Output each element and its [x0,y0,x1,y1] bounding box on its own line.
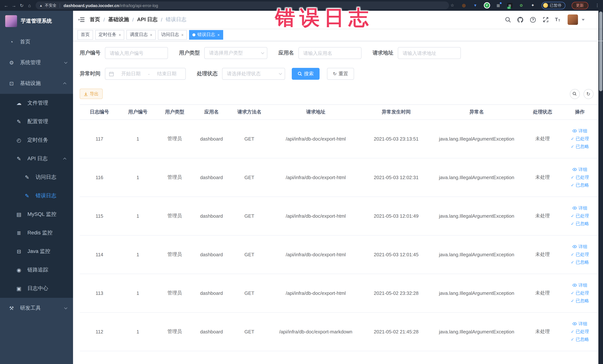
user-type-label: 用户类型 [179,50,200,56]
exception-cell: java.lang.IllegalArgumentException [429,158,524,197]
processed-label: 已处理 [576,250,589,258]
export-button[interactable]: 导出 [80,89,103,99]
sidebar-item-job[interactable]: ◴ 定时任务 [0,131,73,150]
detail-button[interactable]: 详细 [561,320,599,328]
user-type-select[interactable]: 请选择用户类型 [204,47,267,59]
processed-button[interactable]: ✓已处理 [561,250,599,258]
sidebar-item-redis[interactable]: ≣ Redis 监控 [0,224,73,242]
tab-home[interactable]: 首页 [78,30,93,39]
search-button[interactable]: 搜索 [292,68,320,80]
tab-job[interactable]: 定时任务 × [95,30,124,39]
breadcrumb-home[interactable]: 首页 [90,16,100,23]
time-cell: 2021-05-03 12:02:31 [363,158,429,197]
user-avatar[interactable] [568,14,578,25]
sidebar-item-trace[interactable]: ◉ 链路追踪 [0,261,73,279]
github-icon[interactable] [517,16,524,23]
detail-button[interactable]: 详细 [561,165,599,173]
process-status-select[interactable]: 请选择处理状态 [222,68,285,80]
request-url-input[interactable] [398,47,461,59]
sidebar-item-access-log[interactable]: ✎ 访问日志 [0,168,73,187]
sidebar-item-home[interactable]: ◔ 首页 [0,32,73,52]
check-icon: ✓ [571,335,574,343]
app-name-input[interactable] [299,47,361,59]
sidebar-item-system[interactable]: ⚙ 系统管理 [0,52,73,73]
extensions-puzzle-icon[interactable]: ✦ [530,3,535,8]
close-icon[interactable]: × [217,33,220,37]
detail-button[interactable]: 详细 [561,204,599,212]
calendar-icon [109,71,114,76]
extension-icon-shield[interactable]: ▼ [473,3,478,8]
ignored-button[interactable]: ✓已忽略 [561,143,599,150]
search-icon[interactable] [504,16,511,23]
sidebar-item-java[interactable]: ⊟ Java 监控 [0,242,73,261]
avatar-caret-icon[interactable] [581,19,584,21]
app-name-label: 应用名 [278,50,294,56]
chevron-down-icon [261,51,264,54]
tab-error-log[interactable]: 错误日志 × [189,30,223,39]
sidebar-item-mysql[interactable]: ▤ MySQL 监控 [0,205,73,224]
address-bar[interactable]: ▲ 不安全 dashboard.yudao.iocoder.cn/infra/l… [35,1,449,9]
sidebar-item-api-log[interactable]: ✎ API 日志 [0,150,73,168]
back-icon[interactable]: ← [3,2,9,9]
table-toolbar: 导出 ↻ [80,89,599,99]
on-badge: on [507,7,511,9]
sidebar-item-config[interactable]: ✎ 配置管理 [0,112,73,131]
process-status-label: 处理状态 [197,70,218,77]
ignored-button[interactable]: ✓已忽略 [561,258,599,266]
chrome-update-button[interactable]: 更新 [571,2,588,9]
refresh-table-button[interactable]: ↻ [583,89,593,99]
extension-icon-orange[interactable]: ◎ [461,3,466,8]
home-icon[interactable]: ⌂ [26,2,33,9]
error-log-table: 日志编号 用户编号 用户类型 应用名 请求方法名 请求地址 异常发生时间 异常名… [80,104,599,351]
header-user-type: 用户类型 [156,105,193,119]
fullscreen-icon[interactable] [542,16,549,23]
browser-menu-icon[interactable]: ⋮ [595,3,599,8]
tab-job-log[interactable]: 调度日志 × [127,30,156,39]
sidebar-item-error-log[interactable]: ✎ 错误日志 [0,187,73,205]
page-scrollbar[interactable] [598,11,603,364]
extension-icon-green-v[interactable]: V [484,3,489,8]
bookmark-star-icon[interactable]: ☆ [450,3,455,8]
breadcrumb-api-log[interactable]: API 日志 [137,16,158,23]
detail-button[interactable]: 详细 [561,281,599,289]
close-icon[interactable]: × [119,33,121,37]
help-icon[interactable] [530,16,536,23]
sidebar-item-file[interactable]: ☁ 文件管理 [0,94,73,112]
reload-icon[interactable]: ↻ [19,2,25,9]
toggle-search-button[interactable] [570,89,580,99]
sidebar-item-dev-tools[interactable]: ⚒ 研发工具 [0,298,73,318]
detail-button[interactable]: 详细 [561,243,599,250]
ignored-button[interactable]: ✓已忽略 [561,181,599,189]
close-icon[interactable]: × [181,33,184,37]
sidebar-logo[interactable]: 芋道管理系统 [0,11,73,32]
ignored-button[interactable]: ✓已忽略 [561,297,599,305]
processed-button[interactable]: ✓已处理 [561,135,599,143]
font-size-icon[interactable]: TT [555,16,561,23]
processed-button[interactable]: ✓已处理 [561,212,599,220]
table-row: 114 1 管理员 dashboard GET /api/infra/db-do… [80,235,599,274]
sidebar-item-infra[interactable]: ⊡ 基础设施 [0,73,73,94]
user-id-input[interactable] [105,47,168,59]
extension-icon-dark[interactable]: ▩on [507,3,512,8]
processed-button[interactable]: ✓已处理 [561,328,599,335]
extension-icon-leaf[interactable]: ✿ [519,3,524,8]
forward-icon[interactable]: → [11,2,17,9]
status-cell: 未处理 [524,235,561,274]
processed-button[interactable]: ✓已处理 [561,173,599,181]
tab-access-log[interactable]: 访问日志 × [158,30,187,39]
detail-button[interactable]: 详细 [561,127,599,135]
hamburger-icon[interactable] [79,17,84,22]
breadcrumb-infra[interactable]: 基础设施 [108,16,129,23]
processed-button[interactable]: ✓已处理 [561,289,599,297]
extension-icon-grid[interactable]: ▦ [496,3,501,8]
ignored-button[interactable]: ✓已忽略 [561,335,599,343]
sidebar-item-log-center[interactable]: ▣ 日志中心 [0,279,73,298]
toolbox-icon: ⚒ [7,305,16,311]
ignored-button[interactable]: ✓已忽略 [561,220,599,227]
profile-paused-badge[interactable]: 已暂停 [542,2,565,9]
exception-time-range-picker[interactable]: 开始日期 - 结束日期 [105,68,186,80]
reset-button[interactable]: ↻ 重置 [327,68,354,80]
ignored-label: 已忽略 [576,143,589,150]
close-icon[interactable]: × [150,33,152,37]
start-date-placeholder: 开始日期 [116,70,146,77]
